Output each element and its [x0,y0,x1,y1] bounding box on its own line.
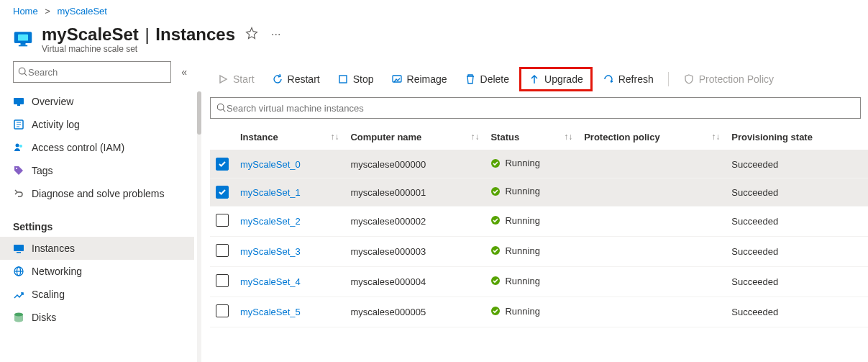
computer-name-cell: myscalese000002 [344,207,485,237]
sort-icon: ↑↓ [330,132,339,142]
breadcrumb-resource[interactable]: myScaleSet [58,6,107,17]
instance-search[interactable] [210,97,861,119]
sidebar-search-input[interactable] [28,67,166,78]
table-row[interactable]: myScaleSet_2 myscalese000002 Running Suc… [210,207,868,237]
main-panel: Start Restart Stop Reimage Delete [203,61,868,362]
sidebar-item-access-control[interactable]: Access control (IAM) [0,136,194,159]
restart-icon [272,73,283,85]
stop-button[interactable]: Stop [330,69,381,89]
col-status[interactable]: Status↑↓ [485,125,578,150]
sidebar-section-settings: Settings [0,211,203,237]
status-cell: Running [490,186,539,196]
instance-search-input[interactable] [227,103,854,114]
instance-link[interactable]: myScaleSet_4 [240,276,301,287]
instance-link[interactable]: myScaleSet_2 [240,216,301,227]
chevron-right-icon: > [45,6,50,17]
ellipsis-icon: ··· [271,28,280,40]
table-row[interactable]: myScaleSet_0 myscalese000000 Running Suc… [210,150,868,178]
col-instance[interactable]: Instance↑↓ [234,125,344,150]
tags-icon [13,165,24,176]
sidebar-item-networking[interactable]: Networking [0,260,194,283]
sidebar-item-overview[interactable]: Overview [0,90,194,113]
table-row[interactable]: myScaleSet_3 myscalese000003 Running Suc… [210,237,868,267]
page-title: myScaleSet | Instances [42,24,235,45]
table-row[interactable]: myScaleSet_4 myscalese000004 Running Suc… [210,267,868,297]
sidebar-item-instances[interactable]: Instances [0,237,194,260]
sidebar-item-disks[interactable]: Disks [0,306,194,329]
toolbar-separator [668,72,669,86]
sort-icon: ↑↓ [470,132,479,142]
svg-rect-7 [17,104,20,106]
computer-name-cell: myscalese000000 [344,150,485,178]
status-cell: Running [490,306,539,317]
protection-policy-button[interactable]: Protection Policy [676,69,781,89]
collapse-sidebar-button[interactable]: « [178,63,190,81]
check-icon [218,160,227,168]
stop-icon [337,73,349,85]
protection-cell [578,178,726,207]
nav-list-top: Overview Activity log Access control (IA… [0,90,194,211]
col-protection[interactable]: Protection policy↑↓ [578,125,726,150]
table-row[interactable]: myScaleSet_5 myscalese000005 Running Suc… [210,297,868,327]
breadcrumb: Home > myScaleSet [0,0,868,19]
sidebar-item-scaling[interactable]: Scaling [0,283,194,306]
row-checkbox[interactable] [216,214,229,227]
row-checkbox[interactable] [216,186,229,199]
instances-table: Instance↑↓ Computer name↑↓ Status↑↓ Prot… [210,125,868,327]
instances-icon [13,243,24,254]
delete-icon [465,73,476,85]
protection-cell [578,237,726,267]
reimage-icon [391,73,403,85]
protection-cell [578,207,726,237]
sidebar-item-label: Diagnose and solve problems [32,188,164,199]
scale-set-icon [13,28,33,48]
row-checkbox[interactable] [216,304,229,317]
sidebar-item-label: Networking [32,266,82,277]
row-checkbox[interactable] [216,274,229,287]
svg-point-13 [19,145,22,148]
diagnose-icon [13,188,24,199]
upgrade-highlight: Upgrade [519,67,593,91]
breadcrumb-home[interactable]: Home [13,6,38,17]
row-checkbox[interactable] [216,158,229,171]
sidebar-item-tags[interactable]: Tags [0,159,194,182]
row-checkbox[interactable] [216,244,229,257]
sidebar-item-label: Tags [32,165,53,176]
upgrade-icon [529,73,540,85]
sidebar-item-label: Scaling [32,289,65,300]
svg-point-4 [19,68,25,74]
col-provisioning[interactable]: Provisioning state [726,125,868,150]
instance-link[interactable]: myScaleSet_1 [240,187,301,198]
svg-rect-3 [19,45,27,47]
access-control-icon [13,142,24,153]
star-icon [245,27,258,40]
restart-button[interactable]: Restart [265,69,327,89]
favorite-button[interactable] [242,24,261,45]
upgrade-button[interactable]: Upgrade [521,69,590,89]
refresh-button[interactable]: Refresh [595,69,661,89]
svg-point-12 [16,144,19,148]
col-computer[interactable]: Computer name↑↓ [344,125,485,150]
instance-link[interactable]: myScaleSet_0 [240,159,301,170]
networking-icon [13,266,24,277]
status-cell: Running [490,245,539,256]
provisioning-cell: Succeeded [726,267,868,297]
instance-link[interactable]: myScaleSet_5 [240,307,301,317]
table-row[interactable]: myScaleSet_1 myscalese000001 Running Suc… [210,178,868,207]
sidebar-search[interactable] [13,61,171,83]
instance-link[interactable]: myScaleSet_3 [240,246,301,257]
svg-point-14 [16,168,17,169]
sidebar-item-activity-log[interactable]: Activity log [0,113,194,136]
reimage-button[interactable]: Reimage [384,69,454,89]
status-cell: Running [490,215,539,226]
more-button[interactable]: ··· [268,25,283,44]
sidebar-scrollbar[interactable] [196,91,203,362]
sidebar-item-diagnose[interactable]: Diagnose and solve problems [0,182,194,205]
svg-point-23 [217,104,224,110]
svg-rect-15 [14,245,24,251]
shield-icon [683,73,695,85]
delete-button[interactable]: Delete [457,69,516,89]
start-button[interactable]: Start [210,69,262,89]
refresh-icon [603,73,614,85]
svg-line-24 [223,109,225,112]
